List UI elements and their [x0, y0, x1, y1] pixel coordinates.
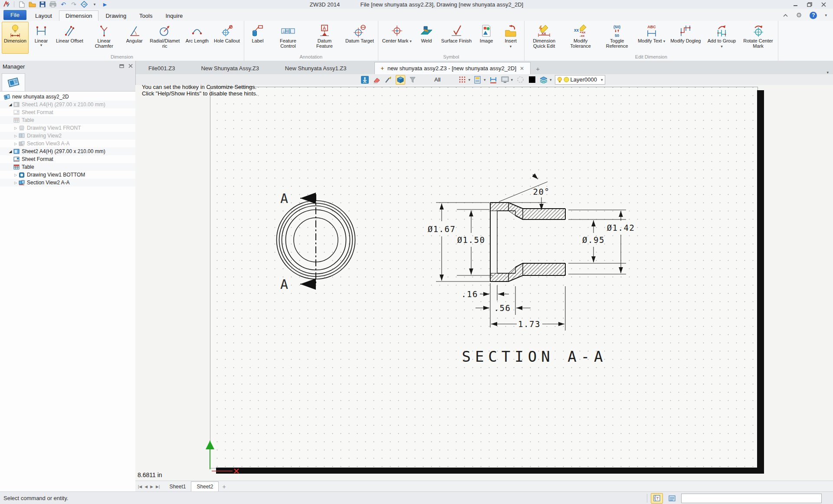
image-button[interactable]: Image — [475, 22, 498, 54]
insert-button[interactable]: Insert▾ — [499, 22, 522, 54]
layer-combobox[interactable]: Layer0000 ▾ — [555, 75, 605, 85]
undo-icon[interactable]: ↶ — [59, 1, 67, 8]
layers-icon[interactable] — [539, 75, 548, 84]
collapse-arrow-icon[interactable]: ▷ — [13, 181, 18, 185]
hole-callout-button[interactable]: Hole Callout — [212, 22, 242, 54]
tree-item-sheetformat1[interactable]: Sheet Format — [0, 108, 135, 116]
add-to-group-dropdown-icon[interactable]: ▾ — [721, 44, 723, 49]
redo-icon[interactable]: ↷ — [70, 1, 78, 8]
exit-sketch-icon[interactable] — [361, 75, 369, 84]
layer-dropdown-icon[interactable]: ▾ — [601, 78, 603, 82]
sheet1-tab[interactable]: Sheet1 — [164, 482, 191, 491]
manager-close-icon[interactable] — [128, 63, 133, 69]
tree-item-sheet1[interactable]: ◢ Sheet1 A4(H) (297.00 x 210.00 mm) — [0, 101, 135, 108]
angular-button[interactable]: Angular — [123, 22, 146, 54]
last-sheet-icon[interactable]: ▶| — [156, 484, 160, 489]
tree-item-sectionview2[interactable]: ▷ Section View2 A-A — [0, 179, 135, 187]
tree-item-drawingview1-front[interactable]: ▷ Drawing View1 FRONT — [0, 124, 135, 132]
tree-item-table1[interactable]: Table — [0, 116, 135, 124]
doc-tab-assy[interactable]: New Shunyata Assy.Z3 — [188, 62, 272, 74]
doc-tab-file001[interactable]: File001.Z3 — [135, 62, 188, 74]
sheet-settings-dropdown-icon[interactable]: ▾ — [484, 78, 486, 82]
new-tab-button[interactable]: + — [531, 63, 545, 74]
arc-length-button[interactable]: Arc Length — [184, 22, 211, 54]
sheet2-tab[interactable]: Sheet2 — [191, 481, 219, 491]
menu-file[interactable]: File — [3, 10, 26, 20]
tree-item-drawingview1-bottom[interactable]: ▷ Drawing View1 BOTTOM — [0, 171, 135, 179]
restore-button[interactable] — [803, 1, 816, 8]
open-file-icon[interactable] — [28, 1, 36, 8]
dimension-quick-edit-button[interactable]: XX Dimension Quick Edit — [526, 22, 562, 54]
command-input[interactable] — [681, 494, 822, 503]
manager-restore-icon[interactable] — [119, 63, 124, 69]
filter-scope-dropdown[interactable]: All — [434, 76, 440, 83]
regen-icon[interactable] — [80, 1, 88, 8]
help-icon[interactable]: ? — [810, 12, 817, 19]
erase-icon[interactable] — [372, 75, 381, 84]
linear-button[interactable]: Linear ▾ — [30, 22, 53, 54]
toggle-reference-button[interactable]: (50)50 Toggle Reference — [599, 22, 635, 54]
tree-item-sheet2[interactable]: ◢ Sheet2 A4(H) (297.00 x 210.00 mm) — [0, 147, 135, 155]
linear-dropdown-icon[interactable]: ▾ — [40, 43, 43, 47]
save-icon[interactable] — [39, 1, 46, 8]
tree-item-table2[interactable]: Table — [0, 163, 135, 171]
insert-dropdown-icon[interactable]: ▾ — [510, 44, 512, 49]
doc-tab-assy1[interactable]: New Shunyata Assy1.Z3 — [272, 62, 360, 74]
menu-inquire[interactable]: Inquire — [159, 11, 189, 21]
drawing-canvas[interactable]: A A — [135, 85, 833, 481]
linear-offset-button[interactable]: Linear Offset — [54, 22, 85, 54]
qat-dropdown-icon[interactable]: ▾ — [91, 1, 98, 8]
feature-control-button[interactable]: ⊥A01 Feature Control — [270, 22, 306, 54]
collapse-ribbon-icon[interactable] — [783, 12, 788, 19]
center-mark-button[interactable]: Center Mark ▾ — [380, 22, 414, 54]
menu-dimension[interactable]: Dimension — [59, 10, 98, 21]
first-sheet-icon[interactable]: |◀ — [138, 484, 142, 489]
next-sheet-icon[interactable]: ▶ — [150, 484, 153, 489]
close-button[interactable] — [817, 1, 830, 8]
expand-arrow-icon[interactable]: ◢ — [8, 149, 13, 154]
menu-layout[interactable]: Layout — [29, 11, 58, 21]
grid-snap-icon[interactable] — [458, 75, 466, 84]
menu-tools[interactable]: Tools — [133, 11, 158, 21]
layers-dropdown-icon[interactable]: ▾ — [550, 78, 552, 82]
settings-gear-icon[interactable]: ⚙ — [796, 11, 802, 19]
selection-set-icon[interactable] — [516, 75, 525, 84]
show-output-toggle[interactable] — [666, 494, 678, 503]
collapse-arrow-icon[interactable]: ▷ — [13, 126, 18, 130]
datum-feature-button[interactable]: A Datum Feature — [307, 22, 342, 54]
dim-display-icon[interactable] — [489, 75, 498, 84]
add-sheet-button[interactable]: + — [219, 483, 229, 490]
grid-dropdown-icon[interactable]: ▾ — [468, 78, 470, 82]
display-mode-icon[interactable] — [501, 75, 509, 84]
prev-sheet-icon[interactable]: ◀ — [144, 484, 148, 489]
play-icon[interactable]: ▶ — [101, 1, 109, 8]
new-file-icon[interactable] — [18, 1, 26, 8]
show-manager-toggle[interactable]: T — [651, 493, 663, 504]
tree-item-sheetformat2[interactable]: Sheet Format — [0, 155, 135, 163]
surface-finish-button[interactable]: Surface Finish — [439, 22, 474, 54]
tab-list-dropdown-icon[interactable]: ▾ — [826, 71, 833, 74]
menu-drawing[interactable]: Drawing — [99, 11, 132, 21]
tree-item-root[interactable]: new shunyata assy2_2D — [0, 93, 135, 101]
help-dropdown-icon[interactable]: ▾ — [825, 13, 827, 17]
modify-dogleg-button[interactable]: Modify Dogleg — [668, 22, 703, 54]
collapse-arrow-icon[interactable]: ▷ — [13, 173, 18, 177]
rotate-center-mark-button[interactable]: Rotate Center Mark — [741, 22, 776, 54]
add-to-group-button[interactable]: Add to Group ▾ — [704, 22, 740, 54]
manager-tree-tab[interactable] — [2, 73, 25, 91]
weld-button[interactable]: Weld — [415, 22, 438, 54]
doc-tab-active[interactable]: + new shunyata assy2.Z3 - [new shunyata … — [374, 62, 531, 74]
tab-close-icon[interactable]: ✕ — [520, 65, 524, 72]
tree-item-drawingview2[interactable]: ▷ Drawing View2 — [0, 132, 135, 140]
filter-icon[interactable] — [408, 75, 417, 84]
collapse-arrow-icon[interactable]: ▷ — [13, 134, 18, 138]
datum-target-button[interactable]: Datum Target — [343, 22, 376, 54]
show-3d-icon[interactable] — [396, 75, 405, 85]
tree-item-sectionview3[interactable]: ▷ Section View3 A-A — [0, 140, 135, 147]
label-button[interactable]: Label — [246, 22, 269, 54]
print-icon[interactable] — [49, 1, 57, 8]
sheet-settings-icon[interactable] — [473, 75, 482, 84]
linear-chamfer-button[interactable]: Linear Chamfer — [86, 22, 122, 54]
radial-diametric-button[interactable]: Radial/Diametric — [147, 22, 183, 54]
minimize-button[interactable] — [790, 1, 802, 8]
